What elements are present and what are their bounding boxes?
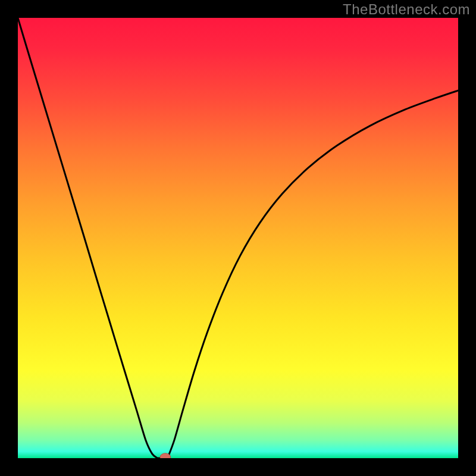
watermark-text: TheBottleneck.com	[343, 1, 470, 18]
plot-area	[18, 18, 458, 458]
chart-frame: TheBottleneck.com	[0, 0, 476, 476]
bottleneck-chart	[18, 18, 458, 458]
